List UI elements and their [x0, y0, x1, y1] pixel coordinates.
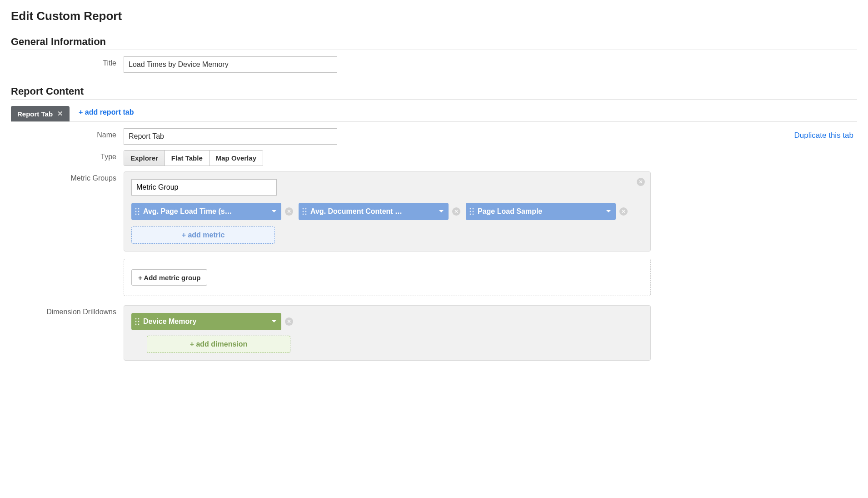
- svg-point-22: [135, 324, 137, 325]
- chevron-down-icon: [434, 210, 444, 213]
- tab-label: Report Tab: [17, 110, 53, 118]
- section-general: General Information Title: [11, 36, 857, 73]
- svg-point-6: [303, 208, 304, 210]
- svg-point-19: [138, 318, 140, 320]
- input-name[interactable]: [124, 128, 337, 145]
- svg-point-1: [138, 208, 140, 210]
- svg-point-7: [305, 208, 307, 210]
- svg-point-15: [473, 211, 474, 212]
- label-metric-groups: Metric Groups: [11, 171, 124, 182]
- label-dimension-drilldowns: Dimension Drilldowns: [11, 305, 124, 316]
- remove-metric-group-icon[interactable]: ✕: [637, 178, 645, 186]
- svg-point-9: [305, 211, 307, 212]
- dimension-drilldowns-panel: Device Memory ✕ + add dimension: [124, 305, 651, 361]
- drag-icon[interactable]: [302, 208, 307, 215]
- section-report-content: Report Content Report Tab ✕ + add report…: [11, 86, 857, 361]
- chevron-down-icon: [267, 320, 277, 323]
- metric-chip-label: Avg. Document Content …: [310, 207, 402, 216]
- close-icon[interactable]: ✕: [57, 110, 63, 118]
- add-report-tab-link[interactable]: + add report tab: [79, 108, 134, 119]
- input-title[interactable]: [124, 56, 337, 73]
- metric-chip-label: Page Load Sample: [478, 207, 542, 216]
- svg-point-5: [138, 214, 140, 215]
- svg-point-21: [138, 321, 140, 322]
- dimension-chip-device-memory[interactable]: Device Memory: [131, 313, 281, 330]
- dimension-chip-label: Device Memory: [143, 317, 196, 326]
- svg-point-10: [303, 214, 304, 215]
- metric-chip-avg-page-load-time[interactable]: Avg. Page Load Time (s…: [131, 203, 281, 220]
- chevron-down-icon: [601, 210, 611, 213]
- heading-general-information: General Information: [11, 36, 857, 50]
- add-metric-group-button[interactable]: + Add metric group: [131, 269, 207, 286]
- chevron-down-icon: [267, 210, 277, 213]
- input-metric-group-name[interactable]: [131, 179, 277, 196]
- duplicate-tab-link[interactable]: Duplicate this tab: [794, 131, 853, 140]
- svg-point-4: [135, 214, 137, 215]
- add-metric-group-panel: + Add metric group: [124, 259, 651, 296]
- remove-dimension-icon[interactable]: ✕: [285, 317, 293, 326]
- svg-point-23: [138, 324, 140, 325]
- svg-point-13: [473, 208, 474, 210]
- svg-point-20: [135, 321, 137, 322]
- svg-point-16: [470, 214, 471, 215]
- svg-point-11: [305, 214, 307, 215]
- label-title: Title: [11, 56, 124, 67]
- svg-point-0: [135, 208, 137, 210]
- type-option-flat-table[interactable]: Flat Table: [165, 151, 210, 166]
- tab-report-tab[interactable]: Report Tab ✕: [11, 106, 70, 121]
- page-title: Edit Custom Report: [11, 9, 857, 23]
- heading-report-content: Report Content: [11, 86, 857, 100]
- type-toggle: Explorer Flat Table Map Overlay: [124, 150, 263, 166]
- label-name: Name: [11, 128, 124, 139]
- svg-point-12: [470, 208, 471, 210]
- svg-point-17: [473, 214, 474, 215]
- svg-point-14: [470, 211, 471, 212]
- label-type: Type: [11, 150, 124, 161]
- svg-point-8: [303, 211, 304, 212]
- add-metric-button[interactable]: + add metric: [131, 226, 275, 244]
- add-dimension-label: + add dimension: [190, 340, 248, 348]
- metric-group-panel: ✕ Avg. Page Load Time (s…: [124, 171, 651, 252]
- type-option-explorer[interactable]: Explorer: [124, 151, 165, 166]
- svg-point-3: [138, 211, 140, 212]
- drag-icon[interactable]: [135, 318, 140, 325]
- remove-metric-icon[interactable]: ✕: [452, 207, 460, 216]
- svg-point-18: [135, 318, 137, 320]
- add-metric-label: + add metric: [182, 231, 225, 239]
- add-metric-group-label: + Add metric group: [138, 274, 200, 282]
- type-option-map-overlay[interactable]: Map Overlay: [210, 151, 263, 166]
- metric-chip-avg-document-content[interactable]: Avg. Document Content …: [299, 203, 449, 220]
- drag-icon[interactable]: [135, 208, 140, 215]
- metric-chip-page-load-sample[interactable]: Page Load Sample: [466, 203, 616, 220]
- drag-icon[interactable]: [469, 208, 474, 215]
- svg-point-2: [135, 211, 137, 212]
- remove-metric-icon[interactable]: ✕: [619, 207, 628, 216]
- add-dimension-button[interactable]: + add dimension: [147, 336, 290, 353]
- metric-chip-label: Avg. Page Load Time (s…: [143, 207, 232, 216]
- remove-metric-icon[interactable]: ✕: [285, 207, 293, 216]
